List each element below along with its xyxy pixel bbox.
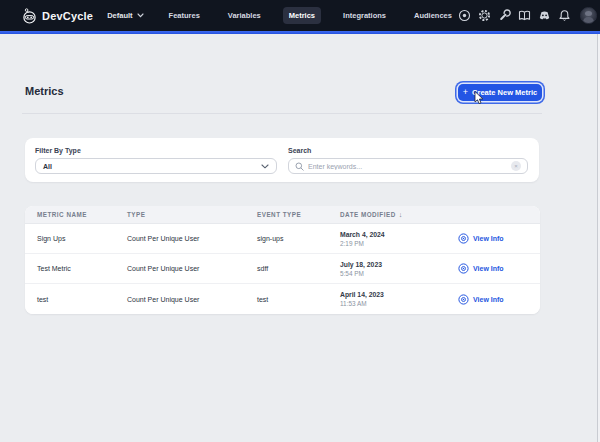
clear-search-icon[interactable]: × [511,161,521,171]
type-filter-select[interactable]: All [35,158,277,174]
type-cell: Count Per Unique User [127,265,257,272]
gear-icon[interactable] [478,9,492,23]
eye-icon [458,233,469,244]
date-modified-cell: March 4, 2024 2:19 PM [340,231,458,247]
metric-name-cell: Sign Ups [37,235,127,242]
search-label: Search [288,147,528,154]
nav-item-integrations[interactable]: Integrations [337,7,392,24]
project-selector-value: Default [107,11,132,20]
filter-by-type-label: Filter By Type [35,147,277,154]
nav-item-variables[interactable]: Variables [222,7,267,24]
sort-descending-icon: ↓ [399,211,403,218]
view-info-link[interactable]: View Info [458,233,540,244]
search-input[interactable] [308,163,507,170]
table-header-row: METRIC NAME TYPE EVENT TYPE DATE MODIFIE… [25,206,540,224]
header-metric-name[interactable]: METRIC NAME [37,211,127,218]
project-selector-dropdown[interactable]: Default [107,11,143,20]
metric-name-cell: test [37,296,127,303]
type-cell: Count Per Unique User [127,296,257,303]
brand-name: DevCycle [42,10,93,22]
event-type-cell: sign-ups [257,235,340,242]
main-content: Metrics + Create New Metric Filter By Ty… [0,34,600,442]
header-event-type[interactable]: EVENT TYPE [257,211,340,218]
event-type-cell: sdff [257,265,340,272]
table-row: Sign Ups Count Per Unique User sign-ups … [25,224,540,254]
metrics-table: METRIC NAME TYPE EVENT TYPE DATE MODIFIE… [25,206,540,314]
filter-card: Filter By Type All Search × [25,138,539,182]
nav-item-metrics[interactable]: Metrics [283,7,321,24]
nav-item-features[interactable]: Features [163,7,206,24]
navbar-actions [458,7,600,24]
create-new-metric-button[interactable]: + Create New Metric [458,84,542,101]
type-cell: Count Per Unique User [127,235,257,242]
view-info-link[interactable]: View Info [458,294,540,305]
app-window: DevCycle Default Features Variables Metr… [0,0,600,442]
nav-item-audiences[interactable]: Audiences [408,7,458,24]
primary-nav: Features Variables Metrics Integrations … [163,7,458,24]
create-button-label: Create New Metric [472,88,537,97]
page-title: Metrics [25,85,64,97]
user-avatar[interactable] [580,7,597,24]
top-navbar: DevCycle Default Features Variables Metr… [0,0,600,31]
docs-book-icon[interactable] [518,9,532,23]
date-modified-cell: July 18, 2023 5:54 PM [340,261,458,277]
search-box: × [288,158,528,174]
wrench-icon[interactable] [498,9,512,23]
table-row: test Count Per Unique User test April 14… [25,284,540,314]
event-type-cell: test [257,296,340,303]
title-divider [22,113,542,114]
header-date-modified[interactable]: DATE MODIFIED ↓ [340,211,458,218]
eye-icon [458,294,469,305]
table-row: Test Metric Count Per Unique User sdff J… [25,254,540,284]
notifications-bell-icon[interactable] [558,9,572,23]
target-icon[interactable] [458,9,472,23]
plus-icon: + [463,88,468,97]
discord-icon[interactable] [538,9,552,23]
view-info-link[interactable]: View Info [458,263,540,274]
devcycle-robot-logo-icon [22,8,37,24]
chevron-down-icon [137,13,144,18]
date-modified-cell: April 14, 2023 11:53 AM [340,291,458,307]
chevron-down-icon [261,164,269,169]
search-icon [295,162,304,171]
eye-icon [458,263,469,274]
type-filter-value: All [43,163,52,170]
metric-name-cell: Test Metric [37,265,127,272]
header-type[interactable]: TYPE [127,211,257,218]
brand[interactable]: DevCycle [22,8,93,24]
